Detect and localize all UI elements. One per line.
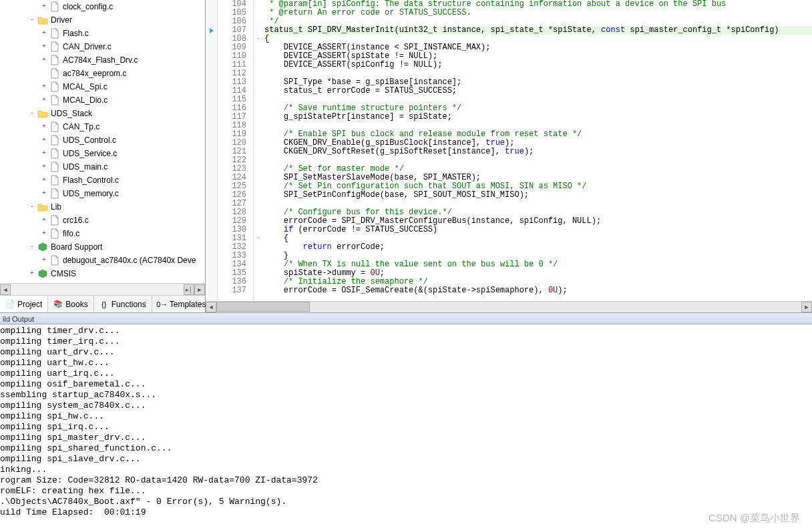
fold-toggle[interactable] (254, 87, 263, 95)
fold-toggle[interactable] (254, 182, 263, 191)
tree-item[interactable]: +UDS_Control.c (1, 134, 205, 147)
marker[interactable] (206, 26, 217, 35)
scroll-right-icon[interactable]: ► (194, 284, 205, 295)
tree-item[interactable]: ac784x_eeprom.c (1, 67, 205, 80)
code-line[interactable]: g_spiStatePtr[instance] = spiState; (264, 113, 812, 121)
fold-toggle[interactable] (254, 148, 263, 156)
marker[interactable] (206, 260, 217, 269)
editor-hscroll[interactable]: ◄ ► (206, 301, 812, 312)
fold-toggle[interactable] (254, 121, 263, 130)
code-content[interactable]: * @param[in] spiConfig: The data structu… (263, 0, 812, 301)
code-line[interactable]: if (errorCode != STATUS_SUCCESS) (264, 226, 812, 234)
marker[interactable] (206, 87, 217, 95)
expander-icon[interactable]: + (40, 136, 48, 144)
tree-item[interactable]: +MCAL_Spi.c (1, 80, 205, 93)
marker[interactable] (206, 69, 217, 78)
expander-icon[interactable]: + (40, 29, 48, 37)
marker[interactable] (206, 130, 217, 139)
marker[interactable] (206, 104, 217, 113)
code-line[interactable]: SPI_SetPinConfigMode(base, SPI_SOUT_MOSI… (264, 191, 812, 200)
fold-toggle[interactable] (254, 69, 263, 78)
fold-toggle[interactable] (254, 61, 263, 69)
fold-toggle[interactable] (254, 78, 263, 87)
build-output[interactable]: ompiling timer_drv.c... ompiling timer_i… (0, 324, 812, 530)
fold-toggle[interactable] (254, 0, 263, 9)
fold-toggle[interactable] (254, 174, 263, 182)
marker[interactable] (206, 165, 217, 174)
fold-toggle[interactable] (254, 165, 263, 174)
fold-toggle[interactable] (254, 217, 263, 226)
marker[interactable] (206, 17, 217, 26)
sidebar-hscroll[interactable]: ◄ ▸│ ► (0, 283, 205, 295)
marker[interactable] (206, 252, 217, 260)
marker[interactable] (206, 217, 217, 226)
marker[interactable] (206, 43, 217, 52)
fold-toggle[interactable] (254, 52, 263, 61)
expander-icon[interactable]: - (28, 243, 36, 251)
scroll-right-icon[interactable]: ▸│ (184, 284, 194, 295)
expander-icon[interactable]: + (40, 3, 48, 11)
marker[interactable] (206, 286, 217, 295)
fold-toggle[interactable] (254, 104, 263, 113)
code-line[interactable]: DEVICE_ASSERT(spiConfig != NULL); (264, 61, 812, 69)
code-line[interactable]: * @return An error code or STATUS_SUCCES… (264, 9, 812, 17)
tree-item[interactable]: +UDS_memory.c (1, 187, 205, 200)
fold-toggle[interactable] (254, 156, 263, 165)
marker[interactable] (206, 113, 217, 121)
fold-toggle[interactable] (254, 278, 263, 286)
expander-icon[interactable]: + (40, 150, 48, 158)
expander-icon[interactable]: + (40, 83, 48, 91)
tree-item[interactable]: -UDS_Stack (1, 107, 205, 120)
tree-item[interactable]: +Flash_Control.c (1, 174, 205, 187)
marker[interactable] (206, 174, 217, 182)
project-tree[interactable]: +clock_config.c-Driver+Flash.c+CAN_Drive… (0, 0, 205, 283)
expander-icon[interactable]: + (40, 176, 48, 184)
tab-books[interactable]: 📚Books (48, 296, 93, 312)
marker[interactable] (206, 139, 217, 148)
code-line[interactable]: return errorCode; (264, 243, 812, 252)
marker[interactable] (206, 278, 217, 286)
expander-icon[interactable]: + (40, 56, 48, 64)
tree-item[interactable]: -Driver (1, 13, 205, 27)
build-output-header[interactable]: ild Output (0, 312, 812, 324)
marker[interactable] (206, 95, 217, 104)
marker[interactable] (206, 35, 217, 43)
fold-toggle[interactable] (254, 95, 263, 104)
expander-icon[interactable]: + (40, 190, 48, 198)
marker[interactable] (206, 182, 217, 191)
tree-item[interactable]: -Lib (1, 200, 205, 214)
expander-icon[interactable]: + (28, 270, 36, 278)
marker[interactable] (206, 121, 217, 130)
expander-icon[interactable]: + (40, 43, 48, 51)
scroll-right-icon[interactable]: ► (801, 302, 812, 312)
expander-icon[interactable]: + (40, 256, 48, 264)
code-line[interactable]: errorCode = OSIF_SemaCreate(&(spiState->… (264, 286, 812, 295)
fold-toggle[interactable] (254, 252, 263, 260)
tree-item[interactable]: +CAN_Tp.c (1, 120, 205, 134)
fold-toggle[interactable]: - (254, 234, 263, 243)
expander-icon[interactable]: + (40, 96, 48, 104)
tree-item[interactable]: -Board Support (1, 240, 205, 254)
fold-toggle[interactable]: - (254, 35, 263, 43)
tree-item[interactable]: +debugout_ac7840x.c (AC7840x Deve (1, 254, 205, 267)
tree-item[interactable]: +UDS_main.c (1, 160, 205, 174)
expander-icon[interactable]: + (40, 163, 48, 171)
tree-item[interactable]: +UDS_Service.c (1, 147, 205, 160)
scroll-left-icon[interactable]: ◄ (206, 302, 216, 312)
tree-item[interactable]: +AC784x_Flash_Drv.c (1, 53, 205, 67)
marker[interactable] (206, 0, 217, 9)
expander-icon[interactable]: + (40, 230, 48, 238)
fold-toggle[interactable] (254, 43, 263, 52)
tree-item[interactable]: +CAN_Driver.c (1, 40, 205, 53)
fold-toggle[interactable] (254, 9, 263, 17)
scroll-thumb[interactable] (216, 302, 310, 312)
tree-item[interactable]: +fifo.c (1, 227, 205, 240)
marker[interactable] (206, 269, 217, 278)
expander-icon[interactable]: + (40, 216, 48, 224)
tab-templates[interactable]: 0→Templates (152, 296, 212, 312)
marker[interactable] (206, 156, 217, 165)
marker[interactable] (206, 208, 217, 217)
tree-item[interactable]: +clock_config.c (1, 0, 205, 13)
fold-toggle[interactable] (254, 208, 263, 217)
expander-icon[interactable]: - (28, 16, 36, 24)
